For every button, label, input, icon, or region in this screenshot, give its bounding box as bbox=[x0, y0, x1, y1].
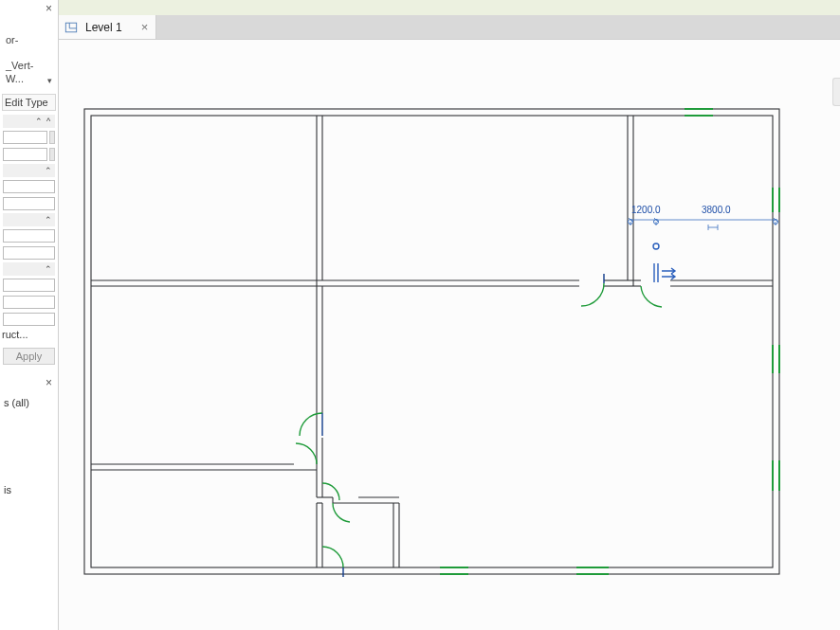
dim-value-left[interactable]: 1200.0 bbox=[631, 205, 661, 215]
section-header[interactable]: ⌃ bbox=[3, 262, 55, 276]
param-input[interactable] bbox=[3, 197, 55, 210]
floorplan-icon bbox=[64, 21, 78, 34]
svg-rect-3 bbox=[84, 109, 779, 574]
param-row[interactable] bbox=[3, 245, 55, 261]
dim-value-right[interactable]: 3800.0 bbox=[702, 205, 731, 215]
param-row[interactable] bbox=[3, 179, 55, 194]
drawing-canvas[interactable]: 1200.0 3800.0 bbox=[59, 40, 840, 630]
param-row[interactable] bbox=[3, 196, 55, 211]
close-icon[interactable]: × bbox=[43, 376, 55, 389]
section-header[interactable]: ⌃ bbox=[3, 213, 55, 226]
param-input[interactable] bbox=[3, 313, 55, 326]
browser-line: is bbox=[4, 484, 54, 495]
properties-panel: × or- _Vert-W... ▾ Edit Type ⌃ ^ bbox=[0, 0, 59, 630]
selected-door bbox=[653, 243, 675, 282]
type-line2: _Vert-W... bbox=[6, 60, 33, 84]
param-row[interactable] bbox=[3, 130, 55, 145]
chevron-up-icon: ⌃ bbox=[44, 264, 53, 274]
svg-rect-0 bbox=[65, 23, 76, 32]
param-input[interactable] bbox=[3, 229, 55, 243]
close-icon[interactable]: × bbox=[43, 2, 55, 15]
edit-type-label: Edit Type bbox=[5, 97, 53, 108]
chevron-down-icon: ▾ bbox=[47, 76, 52, 86]
param-row[interactable] bbox=[3, 228, 55, 243]
param-row[interactable] bbox=[3, 278, 55, 293]
spinner[interactable] bbox=[49, 131, 55, 144]
view-tab-label: Level 1 bbox=[85, 21, 122, 34]
tab-close-icon[interactable]: × bbox=[130, 20, 149, 34]
temp-dimensions: 1200.0 3800.0 bbox=[629, 205, 778, 230]
type-selector[interactable]: or- _Vert-W... ▾ bbox=[0, 17, 58, 88]
param-input[interactable] bbox=[3, 296, 55, 309]
parameter-list: ⌃ ^ ⌃ ⌃ bbox=[0, 113, 58, 327]
ribbon-strip bbox=[59, 0, 840, 15]
browser-line: s (all) bbox=[4, 397, 54, 408]
param-input[interactable] bbox=[3, 180, 55, 193]
type-line1: or- bbox=[6, 34, 18, 45]
chevron-up-icon: ⌃ bbox=[34, 117, 44, 126]
chevron-down-icon: ^ bbox=[44, 117, 53, 126]
apply-button[interactable]: Apply bbox=[3, 348, 55, 365]
spinner[interactable] bbox=[49, 148, 55, 161]
project-browser[interactable]: s (all) is bbox=[0, 391, 58, 501]
view-tabbar: Level 1 × bbox=[59, 15, 840, 40]
floor-plan: 1200.0 3800.0 bbox=[59, 40, 840, 630]
chevron-up-icon: ⌃ bbox=[44, 215, 53, 225]
param-row[interactable] bbox=[3, 295, 55, 310]
param-input[interactable] bbox=[3, 148, 47, 161]
document-area: Level 1 × bbox=[59, 0, 840, 630]
edit-type-button[interactable]: Edit Type bbox=[2, 94, 56, 111]
svg-point-51 bbox=[653, 243, 659, 249]
view-tab-level1[interactable]: Level 1 × bbox=[59, 15, 156, 39]
param-input[interactable] bbox=[3, 279, 55, 292]
last-param-label: ruct... bbox=[0, 327, 58, 342]
chevron-up-icon: ⌃ bbox=[44, 166, 53, 175]
section-header[interactable]: ⌃ bbox=[3, 164, 55, 177]
param-row[interactable] bbox=[3, 312, 55, 327]
section-header[interactable]: ⌃ ^ bbox=[3, 115, 55, 128]
svg-rect-4 bbox=[91, 116, 773, 567]
param-input[interactable] bbox=[3, 246, 55, 260]
param-row[interactable] bbox=[3, 147, 55, 162]
param-input[interactable] bbox=[3, 131, 47, 144]
